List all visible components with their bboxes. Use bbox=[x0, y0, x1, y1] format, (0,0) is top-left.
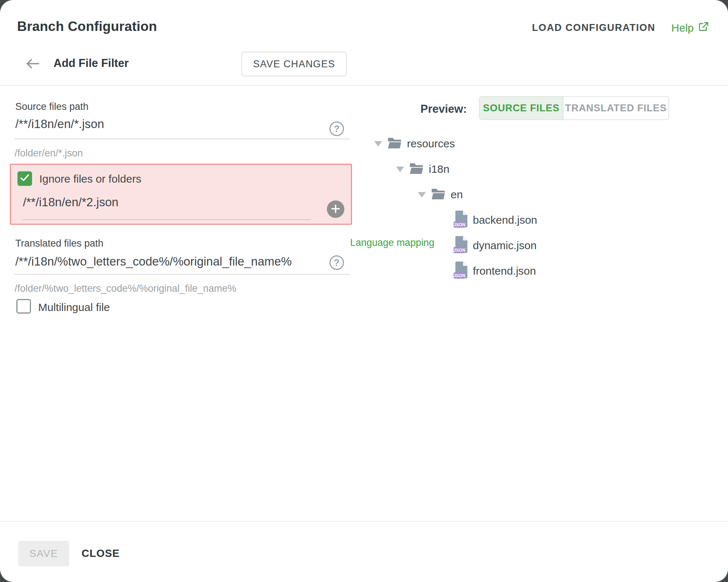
tree-file-row[interactable]: JSONdynamic.json bbox=[368, 233, 681, 258]
json-file-icon: JSON bbox=[453, 261, 468, 281]
tree-item-name: en bbox=[451, 188, 463, 201]
checkmark-icon bbox=[20, 174, 29, 183]
source-input-underline bbox=[15, 139, 350, 139]
tab-source-files[interactable]: SOURCE FILES bbox=[480, 97, 563, 119]
expander-arrow-icon[interactable] bbox=[418, 192, 426, 198]
branch-configuration-dialog: Branch Configuration LOAD CONFIGURATION … bbox=[0, 0, 728, 582]
ignore-files-highlight-box: Ignore files or folders /**/i18n/en/*2.j… bbox=[10, 164, 352, 225]
folder-icon bbox=[431, 188, 446, 201]
json-file-icon: JSON bbox=[453, 236, 468, 255]
back-arrow-icon bbox=[26, 65, 40, 70]
translated-helper-text: /folder/%two_letters_code%/%original_fil… bbox=[15, 283, 236, 294]
translated-files-path-label: Translated files path bbox=[15, 238, 103, 249]
tab-translated-files[interactable]: TRANSLATED FILES bbox=[563, 97, 668, 119]
help-link-label: Help bbox=[671, 22, 694, 34]
folder-icon bbox=[409, 163, 424, 176]
help-link[interactable]: Help bbox=[671, 21, 709, 35]
ignore-files-checkbox[interactable] bbox=[17, 171, 32, 186]
section-title: Add File Filter bbox=[54, 57, 129, 70]
tree-item-name: backend.json bbox=[473, 214, 537, 226]
svg-text:JSON: JSON bbox=[454, 273, 466, 278]
translated-input-underline bbox=[15, 274, 350, 275]
page-title: Branch Configuration bbox=[17, 19, 157, 34]
expander-arrow-icon[interactable] bbox=[396, 167, 404, 172]
expander-arrow-icon[interactable] bbox=[374, 141, 382, 147]
close-button[interactable]: CLOSE bbox=[82, 547, 120, 559]
tree-folder-row[interactable]: en bbox=[368, 182, 681, 207]
folder-icon bbox=[387, 137, 402, 150]
file-tree: resourcesi18nenJSONbackend.jsonJSONdynam… bbox=[368, 131, 681, 284]
ignore-files-label: Ignore files or folders bbox=[39, 173, 141, 185]
footer-divider bbox=[0, 521, 728, 522]
translated-help-icon[interactable]: ? bbox=[329, 255, 344, 270]
save-button[interactable]: SAVE bbox=[18, 541, 69, 566]
back-button[interactable] bbox=[25, 58, 40, 70]
multilingual-file-checkbox[interactable] bbox=[16, 299, 31, 314]
source-helper-text: /folder/en/*.json bbox=[15, 148, 83, 159]
tree-item-name: resources bbox=[407, 137, 455, 150]
add-ignore-pattern-button[interactable] bbox=[327, 200, 344, 218]
preview-label: Preview: bbox=[420, 103, 467, 116]
header-divider bbox=[0, 85, 728, 86]
tree-item-name: dynamic.json bbox=[473, 239, 537, 252]
ignore-input-underline bbox=[23, 219, 310, 220]
external-link-icon bbox=[698, 21, 709, 35]
json-file-icon: JSON bbox=[453, 210, 468, 230]
svg-text:JSON: JSON bbox=[454, 248, 466, 253]
source-files-path-input[interactable]: /**/i18n/en/*.json bbox=[15, 117, 104, 131]
plus-icon bbox=[331, 204, 340, 215]
load-configuration-button[interactable]: LOAD CONFIGURATION bbox=[532, 22, 656, 33]
source-help-icon[interactable]: ? bbox=[329, 121, 344, 136]
svg-text:JSON: JSON bbox=[454, 222, 466, 227]
tree-file-row[interactable]: JSONbackend.json bbox=[368, 207, 681, 233]
tree-item-name: i18n bbox=[429, 163, 450, 175]
tree-folder-row[interactable]: i18n bbox=[368, 156, 681, 182]
tree-file-row[interactable]: JSONfrontend.json bbox=[368, 258, 681, 284]
source-files-path-label: Source files path bbox=[15, 101, 88, 112]
ignore-pattern-input[interactable]: /**/i18n/en/*2.json bbox=[23, 195, 118, 209]
preview-mode-toggle: SOURCE FILES TRANSLATED FILES bbox=[479, 96, 669, 120]
save-changes-button[interactable]: SAVE CHANGES bbox=[241, 52, 347, 76]
multilingual-file-label: Multilingual file bbox=[38, 301, 110, 314]
tree-folder-row[interactable]: resources bbox=[368, 131, 681, 156]
translated-files-path-input[interactable]: /**/i18n/%two_letters_code%/%original_fi… bbox=[15, 255, 292, 268]
tree-item-name: frontend.json bbox=[473, 265, 536, 277]
header-actions: LOAD CONFIGURATION Help bbox=[532, 21, 709, 35]
